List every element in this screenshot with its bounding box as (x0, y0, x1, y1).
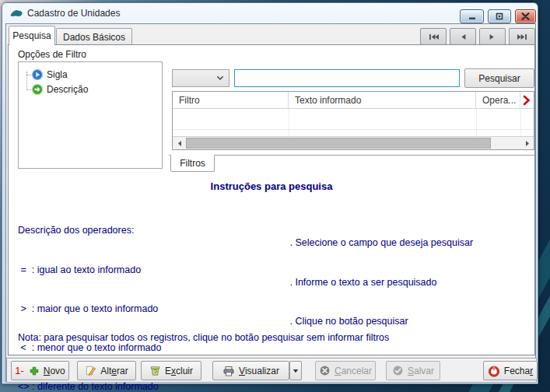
button-label: Visualizar (239, 366, 279, 376)
annotation-step-1: 1- (15, 365, 24, 376)
button-label: Salvar (408, 366, 434, 376)
grid-gridline (520, 109, 521, 136)
instruction-line: = : igual ao texto informado (18, 264, 185, 277)
instruction-line: < : menor que o texto informado (18, 341, 185, 355)
filters-pagecontrol-edge (169, 155, 534, 156)
button-label: Fechar (504, 366, 533, 376)
tab-filtros[interactable]: Filtros (170, 155, 215, 172)
client-area: Pesquisa Dados Básicos Opções de Filtro (5, 23, 536, 382)
green-arrow-icon (31, 83, 44, 96)
scroll-left-button[interactable] (173, 137, 186, 149)
instruction-line: . Clique no botão pesquisar (287, 315, 474, 328)
tab-label: Filtros (180, 158, 205, 169)
prev-record-icon (459, 33, 467, 40)
column-header-texto-informado[interactable]: Texto informado (289, 92, 476, 108)
next-record-button[interactable] (479, 28, 506, 45)
scroll-right-button[interactable] (520, 137, 534, 149)
minimize-button[interactable] (460, 9, 484, 23)
instruction-line: . Informe o texto a ser pesquisado (287, 276, 474, 289)
blue-play-icon (31, 68, 44, 81)
cancelar-button[interactable]: Cancelar (315, 361, 376, 380)
excluir-button[interactable]: Excluir (141, 361, 201, 380)
last-record-icon (517, 33, 528, 40)
app-wave-icon (10, 7, 23, 19)
tree-item-descricao[interactable]: Descrição (31, 83, 88, 96)
column-label: Texto informado (295, 95, 361, 106)
tab-dados-basicos[interactable]: Dados Básicos (56, 28, 132, 45)
salvar-button[interactable]: Salvar (386, 361, 440, 380)
button-label: Excluir (165, 366, 193, 376)
dropdown-arrow-icon (293, 369, 299, 373)
instructions-title: Instruções para pesquisa (9, 180, 534, 192)
button-label: Alterar (100, 366, 128, 376)
filters-grid: Filtro Texto informado Opera... (172, 91, 534, 150)
scroll-left-icon (177, 140, 183, 147)
edit-pencil-icon (85, 365, 96, 376)
cancel-circle-icon (319, 365, 331, 376)
tree-item-label: Sigla (47, 69, 68, 80)
tab-label: Dados Básicos (63, 32, 125, 43)
restore-icon (496, 12, 503, 20)
visualizar-button[interactable]: Visualizar (212, 361, 289, 380)
button-label: Novo (44, 366, 65, 376)
column-header-operador[interactable]: Opera... (476, 92, 520, 108)
visualizar-dropdown-button[interactable] (289, 361, 302, 380)
pesquisar-button[interactable]: Pesquisar (464, 68, 534, 88)
search-field-combobox[interactable] (172, 69, 229, 87)
column-label: Opera... (482, 95, 516, 106)
window-title: Cadastro de Unidades (27, 8, 120, 19)
chevron-down-icon (216, 75, 224, 81)
instruction-line: Descrição dos operadores: (18, 224, 185, 237)
bottom-toolbar: 1- Novo Alterar Excluir Visualizar (6, 358, 537, 383)
grid-header-row: Filtro Texto informado Opera... (173, 92, 534, 109)
button-label: Cancelar (335, 366, 372, 376)
filter-options-tree: Sigla Descrição (18, 61, 163, 169)
green-plus-icon (29, 366, 40, 376)
grid-gridline (476, 109, 477, 136)
alterar-button[interactable]: Alterar (77, 361, 136, 380)
scrollbar-thumb[interactable] (186, 138, 491, 149)
power-icon (488, 365, 500, 377)
column-header-filtro[interactable]: Filtro (173, 92, 289, 108)
minimize-icon (468, 13, 476, 20)
fechar-button[interactable]: Fechar (483, 361, 538, 380)
tab-label: Pesquisa (12, 30, 51, 41)
prev-record-button[interactable] (450, 28, 476, 45)
pesquisa-page: Opções de Filtro Sigla Descrição (8, 44, 535, 355)
instruction-line: . Selecione o campo que deseja pesquisar (287, 236, 474, 250)
grid-gridline (289, 109, 289, 136)
first-record-button[interactable] (420, 28, 447, 45)
search-text-input[interactable] (234, 69, 460, 87)
restore-button[interactable] (488, 9, 511, 23)
tree-item-sigla[interactable]: Sigla (31, 68, 68, 81)
pesquisar-label: Pesquisar (478, 73, 520, 84)
save-check-icon (392, 365, 404, 376)
tab-pesquisa[interactable]: Pesquisa (9, 26, 55, 45)
last-record-button[interactable] (509, 28, 535, 45)
novo-button[interactable]: 1- Novo (11, 361, 69, 380)
app-window: Cadastro de Unidades Pesquisa Dados Bási… (2, 2, 538, 384)
more-columns-icon (523, 95, 531, 106)
first-record-icon (428, 33, 440, 40)
grid-gridline (173, 129, 534, 130)
title-bar[interactable]: Cadastro de Unidades (2, 3, 538, 23)
column-label: Filtro (179, 95, 200, 106)
scroll-right-icon (524, 140, 531, 147)
footer-note: Nota: para pesquisar todos os registros,… (18, 332, 389, 343)
next-record-icon (489, 33, 496, 40)
column-header-more (520, 92, 534, 108)
grid-horizontal-scrollbar[interactable] (173, 136, 534, 149)
printer-icon (222, 365, 235, 377)
close-button[interactable] (515, 9, 536, 23)
filter-options-label: Opções de Filtro (18, 49, 86, 60)
instruction-line: > : maior que o texto informado (18, 303, 185, 316)
trash-icon (149, 365, 161, 376)
tree-item-label: Descrição (47, 84, 88, 95)
close-icon (521, 12, 530, 20)
